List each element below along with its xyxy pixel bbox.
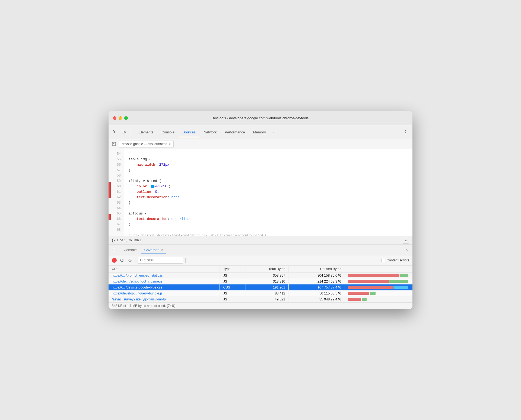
record-coverage-button[interactable]	[112, 258, 117, 263]
file-tab-name: devsite-google-....css:formatted	[122, 142, 167, 146]
tab-elements[interactable]: Elements	[135, 127, 157, 137]
maximize-button[interactable]	[124, 116, 128, 120]
bar-unused-segment	[348, 292, 369, 295]
coverage-tab-close-button[interactable]: ×	[161, 248, 163, 251]
bar-used-segment	[370, 292, 376, 295]
code-line-truncated: a:link:visited, devsite-toast-content a:…	[129, 233, 408, 236]
table-row[interactable]: https://de... /script_foot_closure.js JS…	[109, 278, 412, 284]
bottom-panel-menu-icon[interactable]: ⋮	[111, 246, 117, 253]
cell-unused-bytes: 304 158 86.0 %	[289, 272, 345, 278]
coverage-table-container: URL Type Total Bytes Unused Bytes https:…	[109, 266, 412, 302]
content-scripts-checkbox[interactable]	[382, 259, 385, 262]
cell-type: JS	[220, 272, 246, 278]
usage-bar	[348, 298, 409, 301]
tab-sources[interactable]: Sources	[179, 127, 199, 137]
toolbar-divider	[135, 258, 135, 263]
scroll-to-top-icon[interactable]: ▲	[403, 237, 409, 243]
bar-used-segment	[362, 298, 367, 301]
file-tab-css[interactable]: devsite-google-....css:formatted ×	[119, 140, 174, 148]
bottom-tab-coverage[interactable]: Coverage ×	[141, 246, 166, 254]
titlebar: DevTools - developers.google.com/web/too…	[109, 111, 412, 125]
cell-total-bytes: 313 810	[246, 278, 289, 284]
code-line-55: table img {	[129, 157, 408, 162]
minimize-button[interactable]	[119, 116, 122, 120]
code-line-63: }	[129, 200, 408, 206]
cell-bar	[345, 284, 412, 290]
inspect-icon[interactable]	[111, 128, 118, 136]
close-button[interactable]	[113, 116, 116, 120]
cell-unused-bytes: 214 224 68.3 %	[289, 278, 345, 284]
cell-url: /async_survey?site=ylj5ifxusvvmr4p	[109, 296, 220, 302]
svg-rect-1	[124, 132, 125, 133]
table-row[interactable]: https://... /prompt_embed_static.js JS 3…	[109, 272, 412, 278]
more-tabs-button[interactable]: »	[270, 130, 277, 134]
bottom-tab-coverage-label: Coverage	[144, 248, 160, 252]
cell-type: JS	[220, 278, 246, 284]
code-line-60: color: #039be5;	[129, 184, 408, 189]
table-row[interactable]: https://... /devsite-google-blue.css CSS…	[109, 284, 412, 290]
svg-line-4	[129, 259, 131, 261]
bottom-panel-close-button[interactable]: ×	[404, 247, 410, 252]
tab-network[interactable]: Network	[200, 127, 221, 137]
code-editor[interactable]: 54 55 56 57 58 59 60 61 62 63 64 65 66 6…	[109, 149, 412, 236]
bottom-tab-console-label: Console	[124, 248, 137, 252]
code-line-56: max-width: 272px	[129, 162, 408, 168]
coverage-footer: 848 KB of 1.1 MB bytes are not used. (74…	[109, 302, 412, 309]
coverage-table-body: https://... /prompt_embed_static.js JS 3…	[109, 272, 412, 302]
code-line-66: text-decoration: underline	[129, 216, 408, 222]
toolbar-icons	[111, 128, 131, 136]
table-row[interactable]: /async_survey?site=ylj5ifxusvvmr4p JS 49…	[109, 296, 412, 302]
status-bar: {} Line 1, Column 1 ▲	[109, 236, 412, 245]
traffic-lights	[113, 116, 128, 120]
svg-rect-0	[122, 131, 124, 133]
window-title: DevTools - developers.google.com/web/too…	[211, 116, 309, 120]
cell-bar	[345, 272, 412, 278]
tab-memory[interactable]: Memory	[249, 127, 270, 137]
cell-unused-bytes: 35 948 72.4 %	[289, 296, 345, 302]
devtools-menu-button[interactable]: ⋮	[401, 129, 410, 135]
coverage-table: URL Type Total Bytes Unused Bytes https:…	[109, 266, 412, 302]
table-header-row: URL Type Total Bytes Unused Bytes	[109, 266, 412, 272]
code-line-62: text-decoration: none	[129, 195, 408, 200]
code-line-65: a:focus {	[129, 211, 408, 216]
usage-bar	[348, 274, 409, 277]
coverage-toolbar: Content scripts	[109, 255, 412, 266]
stop-coverage-button[interactable]	[127, 257, 133, 263]
status-right: ▲	[403, 237, 409, 243]
cell-unused-bytes: 56 115 63.5 %	[289, 290, 345, 296]
content-scripts-label: Content scripts	[382, 258, 409, 262]
bar-used-segment	[400, 274, 408, 277]
cell-total-bytes: 88 412	[246, 290, 289, 296]
cell-total-bytes: 353 857	[246, 272, 289, 278]
cell-url: https://... /prompt_embed_static.js	[109, 272, 220, 278]
cell-type: JS	[220, 290, 246, 296]
code-line-54	[129, 151, 408, 157]
bottom-tab-console[interactable]: Console	[120, 246, 140, 254]
pretty-print-icon[interactable]: {}	[112, 238, 115, 242]
col-header-url: URL	[109, 266, 220, 272]
bar-unused-segment	[348, 286, 393, 289]
tab-console[interactable]: Console	[158, 127, 178, 137]
code-line-57: }	[129, 168, 408, 173]
file-tab-close-button[interactable]: ×	[169, 142, 170, 146]
tab-performance[interactable]: Performance	[221, 127, 249, 137]
col-header-unused-bytes: Unused Bytes	[289, 266, 345, 272]
table-row[interactable]: https://develop... /jquery-bundle.js JS …	[109, 290, 412, 296]
cell-url: https://... /devsite-google-blue.css	[109, 284, 220, 290]
breakpoint-line-62	[109, 193, 111, 198]
toolbar-divider-2	[185, 258, 186, 263]
breakpoint-line-60	[109, 182, 111, 187]
code-line-59: :link,:visited {	[129, 178, 408, 184]
bar-unused-segment	[348, 280, 389, 283]
cell-unused-bytes: 167 757 87.4 %	[289, 284, 345, 290]
file-tabbar: devsite-google-....css:formatted ×	[109, 139, 412, 149]
device-icon[interactable]	[120, 128, 128, 136]
devtools-window: DevTools - developers.google.com/web/too…	[109, 111, 412, 309]
cursor-position: Line 1, Column 1	[117, 238, 142, 242]
line-numbers: 54 55 56 57 58 59 60 61 62 63 64 65 66 6…	[111, 149, 124, 236]
cell-bar	[345, 278, 412, 284]
reload-coverage-button[interactable]	[119, 257, 125, 263]
url-filter-input[interactable]	[138, 257, 183, 264]
cell-total-bytes: 191 901	[246, 284, 289, 290]
code-content: table img { max-width: 272px } :link,:vi…	[124, 149, 412, 236]
